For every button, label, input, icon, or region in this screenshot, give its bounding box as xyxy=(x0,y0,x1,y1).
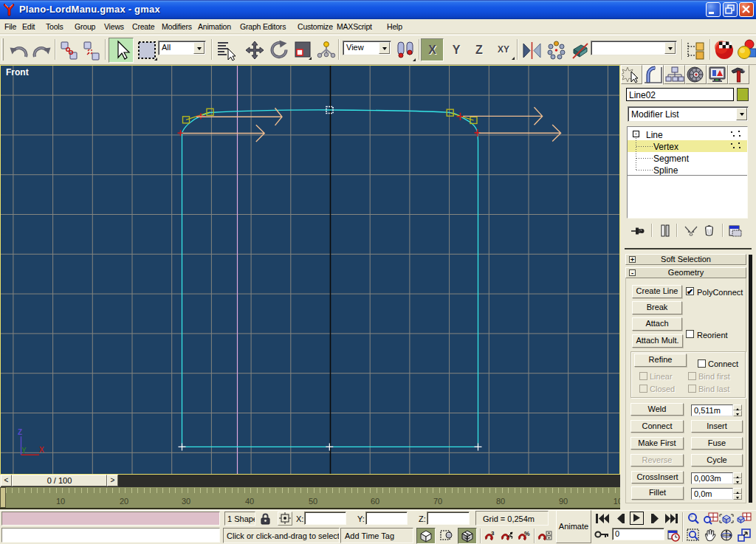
spinner-down[interactable] xyxy=(733,494,742,500)
polyconnect-checkbox[interactable]: ✔ xyxy=(686,287,694,295)
maxscript-listener-line[interactable] xyxy=(1,528,220,543)
z-coord-field[interactable] xyxy=(427,512,470,525)
bind-last-checkbox[interactable] xyxy=(688,385,696,393)
quick-render-icon[interactable] xyxy=(737,39,756,61)
create-line-button[interactable]: Create Line xyxy=(632,285,682,298)
modifier-list-dropdown[interactable]: Modifier List xyxy=(628,106,749,122)
y-coord-field[interactable] xyxy=(365,512,408,525)
attach-mult-button[interactable]: Attach Mult. xyxy=(632,334,683,348)
cycle-button[interactable]: Cycle xyxy=(691,454,743,466)
tab-utilities[interactable] xyxy=(728,65,749,84)
menu-animation[interactable]: Animation xyxy=(198,22,231,31)
spinner-up[interactable] xyxy=(733,472,742,478)
restrict-xy-plane-button[interactable]: XY xyxy=(492,41,515,60)
maxscript-macro-recorder-line[interactable] xyxy=(1,512,220,526)
use-pivot-point-center-button[interactable] xyxy=(396,40,416,61)
stack-expand-toggle[interactable]: - xyxy=(633,131,639,137)
tab-display[interactable] xyxy=(707,65,728,84)
stack-item-spline[interactable]: Spline xyxy=(653,165,678,176)
panel-scrollbar[interactable] xyxy=(749,255,752,503)
go-to-start-icon[interactable] xyxy=(595,513,609,524)
spinner-down[interactable] xyxy=(733,478,742,484)
spinner-up[interactable] xyxy=(733,404,742,410)
render-scene-icon[interactable] xyxy=(714,39,735,61)
menu-create[interactable]: Create xyxy=(132,22,154,31)
array-icon[interactable] xyxy=(546,40,566,61)
menu-maxscript[interactable]: MAXScript xyxy=(337,22,372,31)
go-to-end-icon[interactable] xyxy=(665,513,679,524)
close-button[interactable] xyxy=(739,2,754,17)
crossinsert-spinner[interactable] xyxy=(733,472,742,484)
rollout-geometry[interactable]: - Geometry xyxy=(625,267,746,278)
select-and-scale-button[interactable] xyxy=(294,41,312,60)
connect-checkbox[interactable] xyxy=(698,359,706,368)
min-max-toggle-icon[interactable] xyxy=(738,528,751,542)
select-and-manipulate-icon[interactable] xyxy=(317,39,336,61)
set-key-icon[interactable] xyxy=(594,530,609,540)
pan-hand-icon[interactable] xyxy=(702,528,717,542)
tab-hierarchy[interactable] xyxy=(664,65,685,84)
menu-file[interactable]: File xyxy=(4,22,16,31)
restore-button[interactable] xyxy=(723,2,738,17)
select-and-rotate-icon[interactable] xyxy=(269,40,289,61)
tab-motion[interactable] xyxy=(685,65,707,84)
pin-stack-icon[interactable] xyxy=(630,225,645,237)
zoom-extents-all-icon[interactable] xyxy=(736,512,752,525)
angle-snap-toggle-icon[interactable] xyxy=(501,529,515,543)
weld-threshold-field[interactable]: 0,511m xyxy=(691,404,733,416)
selection-lock-icon[interactable] xyxy=(260,513,271,525)
modifier-stack[interactable]: - Line Vertex Segment Spline xyxy=(627,126,748,218)
named-selection-combo[interactable] xyxy=(591,41,677,55)
crossinsert-button[interactable]: CrossInsert xyxy=(631,471,684,483)
reference-coordsys-combo[interactable]: View xyxy=(343,41,391,55)
shaded-mode-toggle[interactable] xyxy=(458,528,477,544)
configure-modifier-sets-icon[interactable] xyxy=(729,224,743,237)
zoom-all-icon[interactable] xyxy=(703,512,718,525)
weld-threshold-spinner[interactable] xyxy=(733,404,742,416)
menu-group[interactable]: Group xyxy=(75,22,95,31)
time-slider-next-button[interactable]: > xyxy=(107,475,118,486)
insert-button[interactable]: Insert xyxy=(691,420,743,433)
animate-button[interactable]: Animate xyxy=(556,510,591,543)
break-button[interactable]: Break xyxy=(632,301,682,314)
weld-button[interactable]: Weld xyxy=(630,403,684,416)
fillet-spinner[interactable] xyxy=(733,488,742,500)
time-slider-handle[interactable]: 0 / 100 xyxy=(12,475,107,486)
schematic-view-icon[interactable] xyxy=(686,41,706,61)
fillet-field[interactable]: 0,0m xyxy=(691,488,733,500)
track-bar[interactable]: 10 20 30 40 50 60 70 80 90 100 xyxy=(0,487,620,509)
menu-graph-editors[interactable]: Graph Editors xyxy=(240,22,286,31)
current-frame-marker[interactable] xyxy=(0,487,6,508)
rollout-soft-selection[interactable]: + Soft Selection xyxy=(625,254,746,265)
percent-snap-toggle-icon[interactable]: % xyxy=(518,529,532,543)
redo-icon[interactable] xyxy=(32,42,52,60)
tab-modify[interactable] xyxy=(642,65,664,85)
select-and-move-icon[interactable] xyxy=(244,40,265,61)
menu-customize[interactable]: Customize xyxy=(298,22,333,31)
time-configuration-icon[interactable] xyxy=(667,529,680,542)
reorient-checkbox[interactable] xyxy=(686,330,694,338)
play-animation-button[interactable] xyxy=(630,512,644,525)
previous-frame-icon[interactable] xyxy=(615,513,626,524)
connect-button[interactable]: Connect xyxy=(630,420,684,433)
fuse-button[interactable]: Fuse xyxy=(691,437,743,450)
stack-item-line[interactable]: Line xyxy=(646,130,663,140)
remove-modifier-icon[interactable] xyxy=(704,224,715,237)
toolbar-drag-handle[interactable] xyxy=(1,38,4,61)
menu-views[interactable]: Views xyxy=(104,22,124,31)
zoom-extents-icon[interactable] xyxy=(719,512,734,525)
selection-filter-combo[interactable]: All xyxy=(158,41,206,55)
absolute-offset-toggle[interactable] xyxy=(278,512,292,526)
spinner-down[interactable] xyxy=(733,410,742,416)
select-by-name-icon[interactable] xyxy=(216,40,237,61)
object-color-swatch[interactable] xyxy=(737,88,749,101)
reverse-button[interactable]: Reverse xyxy=(630,454,684,466)
front-viewport[interactable]: Z X Y Front xyxy=(0,65,620,475)
stack-item-vertex[interactable]: Vertex xyxy=(653,142,678,152)
mirror-icon[interactable] xyxy=(522,41,542,61)
spinner-snap-toggle-icon[interactable] xyxy=(537,529,553,543)
adaptive-degradation-toggle[interactable] xyxy=(416,528,436,544)
align-icon[interactable] xyxy=(571,41,590,61)
undo-icon[interactable] xyxy=(9,42,29,60)
select-and-link-icon[interactable] xyxy=(60,41,79,61)
